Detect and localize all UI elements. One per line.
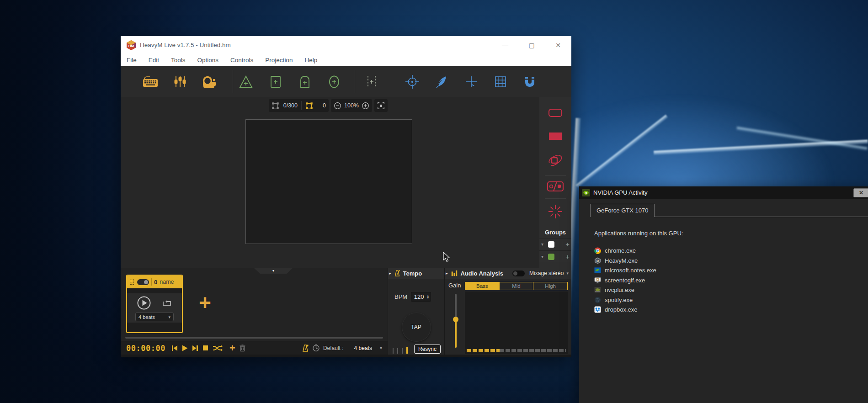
projection-surface[interactable] [245,119,412,244]
bpm-value[interactable]: 120 [411,293,426,300]
nvidia-titlebar[interactable]: NVIDIA GPU Activity ✕ [579,186,868,199]
group-row-green[interactable]: ▾ + [539,250,571,262]
faces-total-count: 0/300 [282,102,298,109]
play-button[interactable] [137,296,151,310]
tempo-panel-title: Tempo [403,270,422,277]
menu-controls[interactable]: Controls [230,57,253,64]
group-row-white[interactable]: ▾ + [539,238,571,250]
add-point-icon[interactable] [464,74,479,89]
audio-bars-icon [451,270,458,277]
projector-icon[interactable] [201,74,218,89]
app-name: nvcplui.exe [605,286,634,293]
mouse-cursor [443,252,451,263]
keyboard-shortcuts-icon[interactable] [142,75,159,89]
bpm-down-icon[interactable]: ▼ [426,297,429,299]
mixer-controls-icon[interactable] [173,74,187,89]
chevron-down-icon[interactable]: ▾ [541,254,548,259]
menu-projection[interactable]: Projection [265,57,293,64]
gain-label: Gain [448,282,461,289]
faces-selected-count: 0 [316,102,326,109]
menu-edit[interactable]: Edit [149,57,159,64]
animation-tool-button[interactable] [547,153,564,170]
audio-source-select[interactable]: Mixage stéréo ▾ [529,270,569,276]
toolbar [121,66,571,97]
app-name: HeavyM.exe [605,257,638,264]
group-color-swatch[interactable] [548,241,554,248]
panel-collapse-handle[interactable]: ▾ [254,268,293,274]
stop-button[interactable] [202,345,208,351]
heavym-titlebar[interactable]: HM HeavyM Live v1.7.5 - Untitled.hm — ▢ … [121,36,571,54]
menu-options[interactable]: Options [197,57,219,64]
play-transport-button[interactable] [182,345,188,351]
sequence-card[interactable]: 0 name [126,275,183,333]
minimize-button[interactable]: — [492,36,518,54]
sequence-card-header[interactable]: 0 name [127,276,182,288]
menu-file[interactable]: File [127,57,137,64]
bottom-section: ▾ 0 name [121,268,571,357]
add-sequence-icon[interactable] [364,74,379,90]
grid-icon[interactable] [493,74,508,89]
list-item: M HeavyM.exe [594,256,656,266]
metronome-icon [394,270,400,277]
bpm-input[interactable]: 120 ▲ ▼ [411,292,431,302]
tab-bass[interactable]: Bass [465,282,500,290]
chevron-down-icon[interactable]: ▾ [380,345,382,350]
drag-handle-icon[interactable] [130,279,135,286]
heavym-window: HM HeavyM Live v1.7.5 - Untitled.hm — ▢ … [121,36,571,357]
metronome-icon[interactable] [302,344,309,352]
sequence-scrollbar[interactable] [125,337,383,339]
trash-icon[interactable] [239,344,246,352]
add-square-face-icon[interactable] [268,74,283,90]
window-title: HeavyM Live v1.7.5 - Untitled.hm [140,42,492,48]
sequence-beats-select[interactable]: 4 beats ▾ [135,313,174,321]
menu-help[interactable]: Help [304,57,317,64]
collapse-panel-icon[interactable]: ▸ [446,271,448,276]
app-name: chrome.exe [605,247,636,254]
skip-back-button[interactable] [171,345,178,351]
add-to-group-button[interactable]: + [562,254,570,260]
mapping-canvas[interactable]: 0/300 0 100% [121,97,539,268]
collapse-panel-icon[interactable]: ▸ [389,271,391,276]
fit-view-icon[interactable] [377,102,385,110]
list-item: nvcplui.exe [594,285,656,295]
chevron-down-icon: ▾ [566,271,569,276]
outline-tool-button[interactable] [547,107,564,121]
shuffle-button[interactable] [212,345,223,352]
magnet-snap-icon[interactable] [523,75,537,89]
freehand-draw-icon[interactable] [434,74,449,89]
audio-analysis-toggle[interactable] [512,270,525,276]
app-name: screentogif.exe [605,277,645,284]
sequence-toggle[interactable] [137,279,149,285]
fill-tool-button[interactable] [547,131,564,143]
tap-tempo-button[interactable]: TAP [402,313,431,342]
zoom-out-icon[interactable] [334,102,341,110]
add-arch-face-icon[interactable] [297,74,313,90]
sequence-name[interactable]: name [160,279,174,285]
skip-forward-button[interactable] [192,345,199,351]
loop-button[interactable] [161,298,172,308]
add-ellipse-face-icon[interactable] [326,74,342,90]
maximize-button[interactable]: ▢ [518,36,545,54]
gain-slider[interactable] [455,294,457,348]
gain-slider-knob[interactable] [453,317,458,322]
tab-mid[interactable]: Mid [500,282,534,290]
menu-tools[interactable]: Tools [171,57,186,64]
tab-high[interactable]: High [533,282,567,290]
test-card-icon[interactable] [404,74,421,90]
gpu-tab[interactable]: GeForce GTX 1070 [590,204,655,217]
transition-tool-button[interactable] [546,180,564,195]
add-to-group-button[interactable]: + [562,241,570,248]
group-color-swatch[interactable] [548,254,554,260]
resync-button[interactable]: Resync [414,345,441,354]
chevron-down-icon[interactable]: ▾ [541,242,548,247]
effects-tool-button[interactable] [547,203,564,222]
close-button[interactable]: ✕ [853,188,868,197]
zoom-in-icon[interactable] [362,102,369,110]
add-sequence-button[interactable]: + [199,293,211,312]
menubar: File Edit Tools Options Controls Project… [121,54,571,66]
groups-panel-title: Groups [539,229,571,236]
add-sequence-transport-button[interactable]: + [229,344,235,353]
add-triangle-face-icon[interactable] [238,74,254,90]
default-duration-value[interactable]: 4 beats [354,345,372,351]
close-button[interactable]: ✕ [545,36,571,54]
